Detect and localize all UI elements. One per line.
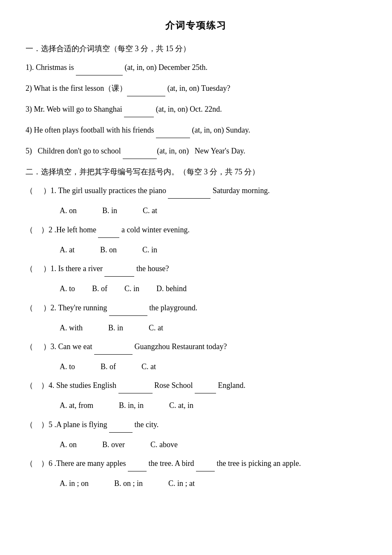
section1-header: 一．选择合适的介词填空（每空 3 分，共 15 分）	[26, 42, 366, 55]
section2-q2: （ ）2 .He left home a cold winter evening…	[26, 222, 366, 238]
section2-q5: （ ）3. Can we eat Guangzhou Restaurant to…	[26, 339, 366, 355]
section1-q5: 5) Children don't go to school (at, in, …	[26, 143, 366, 159]
section2-q3: （ ）1. Is there a river the house?	[26, 261, 366, 277]
section1-q2: 2) What is the first lesson（课） (at, in, …	[26, 81, 366, 96]
section2-q5-options: A. to B. of C. at	[60, 360, 366, 373]
section2-q6: （ ）4. She studies English Rose School En…	[26, 378, 366, 393]
section2-q7: （ ）5 .A plane is flying the city.	[26, 417, 366, 433]
section1-q1: 1). Christmas is (at, in, on) December 2…	[26, 60, 366, 75]
section1-q3: 3) Mr. Web will go to Shanghai (at, in, …	[26, 101, 366, 117]
section2-q8-options: A. in ; on B. on ; in C. in ; at	[60, 477, 366, 490]
section2-q4-options: A. with B. in C. at	[60, 321, 366, 335]
section2-q2-options: A. at B. on C. in	[60, 243, 366, 257]
section2-header: 二．选择填空，并把其字母编号写在括号内。（每空 3 分，共 75 分）	[26, 165, 366, 179]
section2-q1: （ ）1. The girl usually practices the pia…	[26, 183, 366, 199]
page-title: 介词专项练习	[26, 17, 366, 34]
section1-q4: 4) He often plays football with his frie…	[26, 122, 366, 138]
section2-q7-options: A. on B. over C. above	[60, 438, 366, 451]
section2-q4: （ ）2. They're running the playground.	[26, 300, 366, 316]
section2-q3-options: A. to B. of C. in D. behind	[60, 282, 366, 295]
section2-q6-options: A. at, from B. in, in C. at, in	[60, 399, 366, 412]
section2-q1-options: A. on B. in C. at	[60, 204, 366, 217]
section2-q8: （ ）6 .There are many apples the tree. A …	[26, 456, 366, 471]
